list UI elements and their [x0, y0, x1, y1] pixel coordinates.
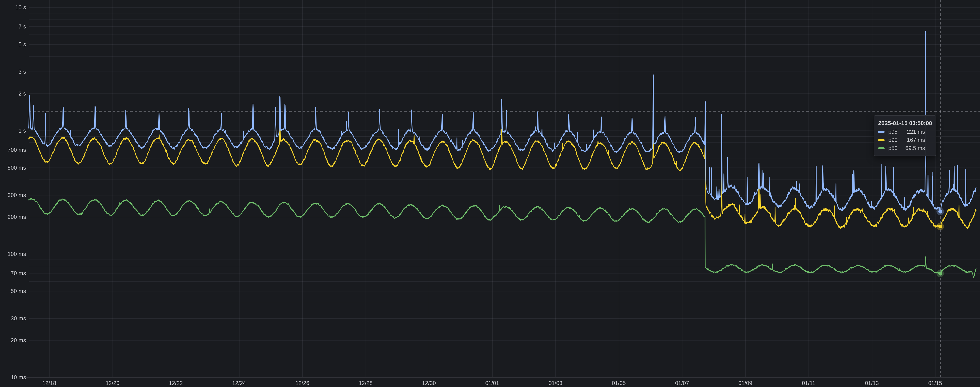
y-tick-label: 10 ms	[0, 374, 26, 381]
x-tick-label: 01/03	[540, 379, 571, 387]
tooltip-series-label: p50	[888, 145, 897, 151]
x-tick-label: 12/22	[160, 379, 191, 387]
y-tick-label: 70 ms	[0, 270, 26, 277]
x-tick-label: 12/24	[224, 379, 255, 387]
x-tick-label: 01/13	[856, 379, 888, 387]
tooltip-series-label: p90	[888, 137, 897, 143]
y-tick-label: 50 ms	[0, 287, 26, 295]
y-tick-label: 2 s	[0, 90, 26, 97]
y-tick-label: 30 ms	[0, 315, 26, 322]
y-tick-label: 300 ms	[0, 191, 26, 199]
y-tick-label: 5 s	[0, 41, 26, 48]
y-tick-label: 3 s	[0, 68, 26, 75]
tooltip-row-p90: p90 167 ms	[878, 136, 932, 144]
x-tick-label: 01/01	[477, 379, 508, 387]
x-tick-label: 12/26	[287, 379, 318, 387]
tooltip-timestamp: 2025-01-15 03:50:00	[878, 119, 932, 128]
p50-series-color-pill	[878, 147, 885, 149]
y-tick-label: 7 s	[0, 23, 26, 30]
x-tick-label: 01/05	[603, 379, 634, 387]
y-tick-label: 10 s	[0, 3, 26, 11]
x-tick-label: 01/09	[730, 379, 761, 387]
y-tick-label: 500 ms	[0, 164, 26, 171]
tooltip-row-p95: p95 221 ms	[878, 128, 932, 136]
y-tick-label: 700 ms	[0, 146, 26, 154]
tooltip-series-value: 167 ms	[907, 137, 925, 143]
x-tick-label: 12/20	[97, 379, 128, 387]
x-tick-label: 12/18	[34, 379, 65, 387]
p95-series-color-pill	[878, 131, 885, 133]
x-tick-label: 01/15	[920, 379, 951, 387]
y-tick-label: 200 ms	[0, 213, 26, 220]
tooltip-series-label: p95	[888, 128, 897, 135]
x-tick-label: 01/11	[793, 379, 824, 387]
y-tick-label: 1 s	[0, 127, 26, 134]
latency-percentiles-panel: 10 s7 s5 s3 s2 s1 s700 ms500 ms300 ms200…	[0, 0, 980, 387]
timeseries-plot-canvas[interactable]	[0, 0, 980, 387]
x-tick-label: 12/30	[414, 379, 444, 387]
hover-tooltip: 2025-01-15 03:50:00 p95 221 ms p90 167 m…	[874, 116, 936, 156]
x-tick-label: 12/28	[350, 379, 381, 387]
y-tick-label: 20 ms	[0, 336, 26, 344]
tooltip-row-p50: p50 69.5 ms	[878, 144, 932, 152]
tooltip-series-value: 221 ms	[907, 128, 925, 135]
x-tick-label: 01/07	[667, 379, 697, 387]
tooltip-series-value: 69.5 ms	[905, 145, 925, 151]
p90-series-color-pill	[878, 139, 885, 141]
y-tick-label: 100 ms	[0, 250, 26, 258]
